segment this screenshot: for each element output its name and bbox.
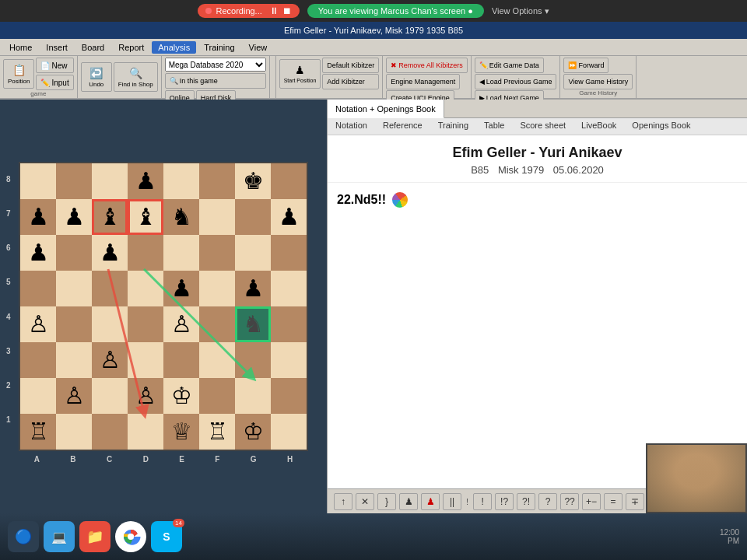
taskbar-icon-2[interactable]: 💻: [44, 521, 75, 552]
square-d7[interactable]: ♝: [128, 199, 163, 235]
remove-kibitzers-button[interactable]: ✖Remove All Kibitzers: [386, 58, 468, 73]
nav-up-button[interactable]: ↑: [334, 493, 352, 510]
square-a7[interactable]: ♟: [20, 199, 56, 235]
square-e5[interactable]: ♟: [163, 271, 199, 306]
nav-blunder-button[interactable]: ??: [560, 493, 579, 510]
nav-black-better-button[interactable]: ∓: [626, 493, 644, 510]
subtab-reference[interactable]: Reference: [375, 118, 430, 135]
square-f8[interactable]: [199, 163, 235, 199]
square-c7[interactable]: ♝: [92, 199, 128, 235]
square-f1[interactable]: ♖: [199, 414, 235, 450]
menu-training[interactable]: Training: [198, 41, 240, 54]
nav-interrobang-button[interactable]: !?: [495, 493, 514, 510]
stop-icon[interactable]: ⏹: [282, 5, 292, 16]
menu-insert[interactable]: Insert: [40, 41, 74, 54]
nav-pause-button[interactable]: ||: [443, 493, 461, 510]
square-c8[interactable]: [92, 163, 128, 199]
square-g2[interactable]: [235, 378, 271, 414]
start-position-button[interactable]: ♟ Start Position: [279, 59, 321, 89]
square-f4[interactable]: [199, 306, 235, 342]
square-b8[interactable]: [56, 163, 92, 199]
menu-view[interactable]: View: [243, 41, 274, 54]
subtab-openings-book[interactable]: Openings Book: [624, 118, 698, 135]
subtab-livebook[interactable]: LiveBook: [573, 118, 624, 135]
nav-exclaim-button[interactable]: !: [473, 493, 492, 510]
menu-analysis[interactable]: Analysis: [152, 41, 196, 54]
square-c5[interactable]: [92, 271, 128, 306]
square-b2[interactable]: ♙: [56, 378, 92, 414]
square-e3[interactable]: [163, 342, 199, 378]
in-this-game-button[interactable]: 🔍In this game: [165, 73, 266, 89]
square-b1[interactable]: [56, 414, 92, 450]
pause-icon[interactable]: ⏸: [269, 5, 279, 16]
nav-question-button[interactable]: ?: [538, 493, 557, 510]
nav-dubious-button[interactable]: ?!: [517, 493, 535, 510]
square-f5[interactable]: [199, 271, 235, 306]
forward-button[interactable]: ⏩Forward: [563, 58, 608, 73]
square-b4[interactable]: [56, 306, 92, 342]
nav-piece1-button[interactable]: ♟: [399, 493, 418, 510]
square-g5[interactable]: ♟: [235, 271, 271, 306]
square-h2[interactable]: [271, 378, 307, 414]
view-history-button[interactable]: View Game History: [563, 74, 633, 89]
add-kibitzer-button[interactable]: Add Kibitzer: [322, 74, 379, 89]
load-previous-button[interactable]: ◀Load Previous Game: [475, 74, 557, 89]
square-f3[interactable]: [199, 342, 235, 378]
subtab-table[interactable]: Table: [476, 118, 512, 135]
square-h3[interactable]: [271, 342, 307, 378]
square-h5[interactable]: [271, 271, 307, 306]
view-options-button[interactable]: View Options ▾: [492, 6, 549, 16]
square-b3[interactable]: [56, 342, 92, 378]
square-d8[interactable]: ♟: [128, 163, 163, 199]
menu-home[interactable]: Home: [3, 41, 38, 54]
nav-piece2-button[interactable]: ♟: [421, 493, 440, 510]
square-b6[interactable]: [56, 235, 92, 271]
square-g4[interactable]: ♞: [235, 306, 271, 342]
square-d1[interactable]: [128, 414, 163, 450]
taskbar-icon-3[interactable]: 📁: [79, 521, 110, 552]
square-g8[interactable]: ♚: [235, 163, 271, 199]
undo-button[interactable]: ↩️ Undo: [81, 62, 112, 92]
square-f7[interactable]: [199, 199, 235, 235]
square-d2[interactable]: ♙: [128, 378, 163, 414]
square-e4[interactable]: ♙: [163, 306, 199, 342]
nav-bracket-button[interactable]: }: [377, 493, 396, 510]
taskbar-icon-1[interactable]: 🔵: [8, 521, 39, 552]
square-a5[interactable]: [20, 271, 56, 306]
square-a2[interactable]: [20, 378, 56, 414]
square-e2[interactable]: ♔: [163, 378, 199, 414]
skype-icon[interactable]: S 14: [151, 521, 182, 552]
default-kibitzer-button[interactable]: Default Kibitzer: [322, 58, 379, 73]
menu-report[interactable]: Report: [112, 41, 150, 54]
find-in-shop-button[interactable]: 🔍 Find in Shop: [114, 62, 158, 92]
nav-equal-button[interactable]: =: [604, 493, 622, 510]
chrome-icon[interactable]: [115, 521, 146, 552]
edit-game-data-button[interactable]: ✏️Edit Game Data: [475, 58, 544, 73]
square-h7[interactable]: ♟: [271, 199, 307, 235]
subtab-score-sheet[interactable]: Score sheet: [512, 118, 573, 135]
nav-x-button[interactable]: ✕: [356, 493, 374, 510]
square-a8[interactable]: [20, 163, 56, 199]
square-e7[interactable]: ♞: [163, 199, 199, 235]
square-a6[interactable]: ♟: [20, 235, 56, 271]
position-button[interactable]: 📋 Position: [3, 59, 34, 89]
square-d3[interactable]: [128, 342, 163, 378]
square-c2[interactable]: [92, 378, 128, 414]
square-a3[interactable]: [20, 342, 56, 378]
square-h1[interactable]: [271, 414, 307, 450]
square-h6[interactable]: [271, 235, 307, 271]
square-f2[interactable]: [199, 378, 235, 414]
tab-notation-openings[interactable]: Notation + Openings Book: [328, 100, 444, 118]
square-g1[interactable]: ♔: [235, 414, 271, 450]
square-e6[interactable]: [163, 235, 199, 271]
square-g7[interactable]: [235, 199, 271, 235]
square-c1[interactable]: [92, 414, 128, 450]
square-a1[interactable]: ♖: [20, 414, 56, 450]
square-a4[interactable]: ♙: [20, 306, 56, 342]
engine-management-button[interactable]: Engine Management: [386, 74, 460, 89]
square-c4[interactable]: [92, 306, 128, 342]
square-b5[interactable]: [56, 271, 92, 306]
subtab-training[interactable]: Training: [430, 118, 476, 135]
square-b7[interactable]: ♟: [56, 199, 92, 235]
database-selector[interactable]: Mega Database 2020: [165, 58, 266, 72]
